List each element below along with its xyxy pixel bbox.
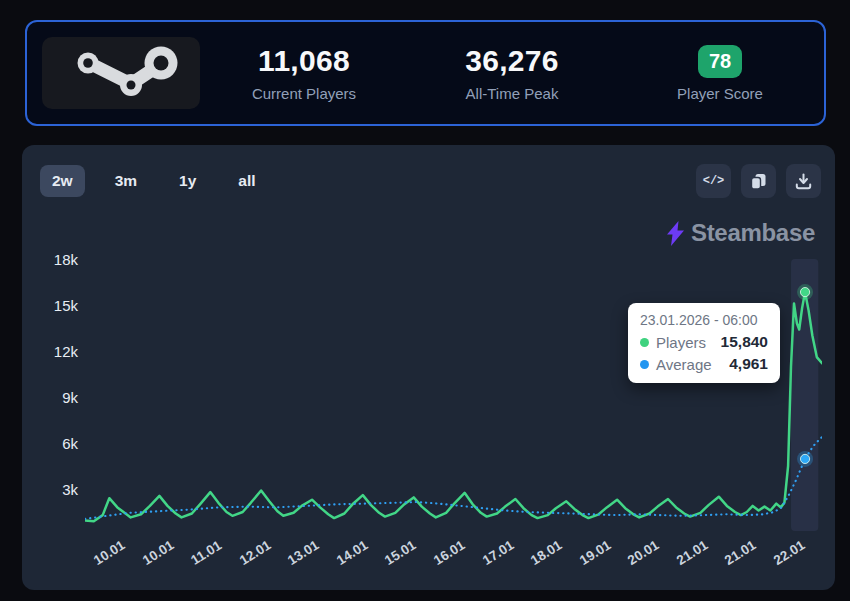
stat-all-time-peak: 36,276 All-Time Peak (408, 44, 616, 102)
average-dot-icon (640, 360, 649, 369)
copy-icon (750, 173, 767, 190)
tooltip-players-label: Players (656, 334, 706, 351)
steam-logo[interactable] (42, 37, 200, 109)
current-players-value: 11,068 (200, 44, 408, 78)
steambase-watermark[interactable]: Steambase (666, 219, 815, 247)
download-button[interactable] (786, 164, 821, 198)
player-score-label: Player Score (616, 85, 824, 102)
x-axis-label: 10.01 (139, 537, 177, 570)
x-axis-label: 12.01 (237, 537, 275, 570)
download-icon (795, 173, 812, 190)
player-score-badge: 78 (698, 45, 742, 78)
tooltip-date: 23.01.2026 - 06:00 (640, 312, 768, 328)
chart-card: 2w 3m 1y all </> Steambase 18k15k12k9k (22, 145, 835, 590)
time-range-selector: 2w 3m 1y all (40, 165, 268, 197)
chart-plot-area[interactable] (85, 255, 822, 535)
x-axis-label: 18.01 (528, 537, 566, 570)
x-axis-label: 13.01 (285, 537, 323, 570)
average-line (85, 437, 822, 519)
chart-tools: </> (696, 164, 821, 198)
stat-player-score: 78 Player Score (616, 45, 824, 102)
players-marker-dot (800, 288, 809, 297)
x-axis-label: 14.01 (334, 537, 372, 570)
y-axis-label: 12k (22, 342, 78, 359)
tooltip-row-average: Average 4,961 (640, 355, 768, 373)
all-time-peak-value: 36,276 (408, 44, 616, 78)
x-axis-label: 21.01 (674, 537, 712, 570)
range-button-1y[interactable]: 1y (167, 165, 208, 197)
tooltip-average-value: 4,961 (729, 355, 768, 373)
stat-current-players: 11,068 Current Players (200, 44, 408, 102)
players-dot-icon (640, 338, 649, 347)
range-button-3m[interactable]: 3m (103, 165, 149, 197)
y-axis-label: 15k (22, 296, 78, 313)
range-button-all[interactable]: all (226, 165, 267, 197)
steambase-watermark-text: Steambase (691, 219, 815, 247)
average-marker-dot (800, 454, 809, 463)
range-button-2w[interactable]: 2w (40, 165, 85, 197)
x-axis-label: 17.01 (479, 537, 517, 570)
x-axis-label: 21.01 (722, 537, 760, 570)
x-axis-label: 10.01 (91, 537, 129, 570)
y-axis-label: 9k (22, 388, 78, 405)
x-axis-label: 15.01 (382, 537, 420, 570)
embed-code-icon: </> (703, 174, 725, 188)
tooltip-players-value: 15,840 (721, 333, 768, 351)
steam-logo-icon (61, 44, 181, 102)
current-players-label: Current Players (200, 85, 408, 102)
player-stats-card: 11,068 Current Players 36,276 All-Time P… (25, 20, 826, 126)
y-axis-label: 18k (22, 250, 78, 267)
all-time-peak-label: All-Time Peak (408, 85, 616, 102)
x-axis-label: 20.01 (625, 537, 663, 570)
tooltip-average-label: Average (656, 356, 712, 373)
x-axis-label: 19.01 (577, 537, 615, 570)
x-axis-label: 22.01 (771, 537, 809, 570)
y-axis-label: 3k (22, 480, 78, 497)
copy-button[interactable] (741, 164, 776, 198)
steambase-logo-icon (666, 221, 685, 246)
embed-code-button[interactable]: </> (696, 164, 731, 198)
x-axis-label: 16.01 (431, 537, 469, 570)
x-axis-label: 11.01 (188, 538, 226, 571)
y-axis-label: 6k (22, 434, 78, 451)
tooltip-row-players: Players 15,840 (640, 333, 768, 351)
chart-tooltip: 23.01.2026 - 06:00 Players 15,840 Averag… (628, 303, 780, 383)
